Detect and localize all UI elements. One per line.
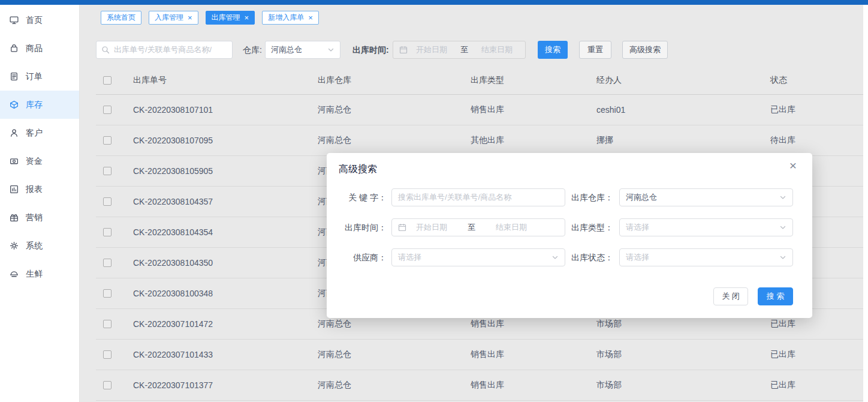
system-icon <box>9 241 19 251</box>
sidebar-item[interactable]: 资金 <box>0 147 79 175</box>
modal-status-select[interactable]: 请选择 <box>619 248 793 266</box>
close-icon[interactable]: × <box>188 14 192 22</box>
column-header-type: 出库类型 <box>471 75 504 86</box>
orders-icon <box>9 71 19 82</box>
order-no-cell: CK-20220307101377 <box>133 380 213 390</box>
warehouse-select[interactable]: 河南总仓 <box>265 41 340 59</box>
sidebar-item-label: 报表 <box>26 184 43 195</box>
sidebar-item[interactable]: 首页 <box>0 6 79 34</box>
sidebar-item[interactable]: 系统 <box>0 232 79 260</box>
goods-icon <box>9 43 19 53</box>
search-icon <box>101 46 110 54</box>
row-checkbox[interactable] <box>103 136 111 145</box>
start-date-placeholder: 开始日期 <box>416 44 447 55</box>
modal-form-row: 出库时间： 开始日期 至 结束日期 出库类型： 请选择 <box>327 218 812 236</box>
status-cell: 已出库 <box>770 319 795 329</box>
tab[interactable]: 出库管理 × <box>206 11 255 25</box>
modal-type-label: 出库类型： <box>525 218 613 236</box>
warehouse-cell: 河南总仓 <box>318 319 351 329</box>
outbound-time-label: 出库时间: <box>352 41 389 59</box>
tab-bar: 系统首页 × 入库管理 × 出库管理 × 新增入库单 × <box>101 11 319 25</box>
row-checkbox[interactable] <box>103 197 111 206</box>
order-no-cell: CK-20220308107101 <box>133 105 213 115</box>
chevron-down-icon <box>779 254 786 261</box>
row-checkbox[interactable] <box>103 228 111 236</box>
sidebar-item[interactable]: 报表 <box>0 175 79 203</box>
operator-cell: ceshi01 <box>596 105 625 115</box>
tab[interactable]: 系统首页 × <box>101 11 141 25</box>
sidebar-item[interactable]: 客户 <box>0 119 79 147</box>
order-no-cell: CK-20220307101472 <box>133 319 213 329</box>
modal-close-button[interactable]: 关 闭 <box>713 287 748 305</box>
modal-supplier-label: 供应商： <box>327 248 387 266</box>
modal-end-date-placeholder: 结束日期 <box>496 222 527 233</box>
reports-icon <box>9 184 19 194</box>
row-checkbox[interactable] <box>103 167 111 175</box>
sidebar-item[interactable]: 库存 <box>0 91 79 119</box>
keyword-label: 关 键 字： <box>327 188 387 206</box>
order-no-cell: CK-20220308107095 <box>133 136 213 145</box>
type-cell: 销售出库 <box>471 349 504 360</box>
funds-icon <box>9 156 19 166</box>
search-input[interactable]: 出库单号/关联单号商品名称/ <box>96 41 233 59</box>
top-bar <box>0 0 868 5</box>
status-cell: 待出库 <box>770 135 795 146</box>
chevron-down-icon <box>327 46 334 53</box>
search-button[interactable]: 搜索 <box>538 41 568 59</box>
sidebar-item[interactable]: 商品 <box>0 34 79 62</box>
operator-cell: 挪挪 <box>596 135 613 146</box>
sidebar-item[interactable]: 生鲜 <box>0 260 79 288</box>
order-no-cell: CK-20220308105905 <box>133 166 213 176</box>
modal-search-button[interactable]: 搜 索 <box>758 287 793 305</box>
sidebar-item-label: 系统 <box>26 241 43 251</box>
warehouse-select-value: 河南总仓 <box>271 44 302 55</box>
reset-button[interactable]: 重置 <box>579 41 611 59</box>
column-header-operator: 经办人 <box>596 75 622 86</box>
chevron-down-icon <box>779 224 786 231</box>
sidebar-item[interactable]: 营销 <box>0 203 79 232</box>
sidebar-item-label: 商品 <box>26 43 43 54</box>
modal-warehouse-select[interactable]: 河南总仓 <box>619 188 793 206</box>
advanced-search-modal: 高级搜索 × 关 键 字： 搜索出库单号/关联单号/商品名称 出库仓库： 河南总… <box>327 153 812 318</box>
modal-status-label: 出库状态： <box>525 248 613 266</box>
modal-type-select[interactable]: 请选择 <box>619 218 793 236</box>
row-checkbox[interactable] <box>103 381 111 389</box>
sidebar-item-label: 首页 <box>26 15 43 26</box>
sidebar-item-label: 营销 <box>26 212 43 223</box>
sidebar-item[interactable]: 订单 <box>0 62 79 91</box>
row-checkbox[interactable] <box>103 259 111 267</box>
tab[interactable]: 入库管理 × <box>149 11 198 25</box>
tab-label: 新增入库单 <box>268 13 304 23</box>
advanced-search-button[interactable]: 高级搜索 <box>622 41 668 59</box>
warehouse-cell: 河南总仓 <box>318 135 351 146</box>
modal-start-date-placeholder: 开始日期 <box>416 222 447 233</box>
table-row: CK-20220307101433 河南总仓 销售出库 市场部 已出库 <box>96 340 863 370</box>
row-checkbox[interactable] <box>103 289 111 298</box>
operator-cell: 市场部 <box>596 349 622 360</box>
inventory-icon <box>9 100 19 110</box>
operator-cell: 市场部 <box>596 380 622 391</box>
column-header-order-no: 出库单号 <box>133 75 167 86</box>
home-icon <box>9 15 19 25</box>
warehouse-cell: 河南总仓 <box>318 349 351 360</box>
type-cell: 销售出库 <box>471 104 504 115</box>
order-no-cell: CK-20220308104354 <box>133 227 213 237</box>
modal-warehouse-value: 河南总仓 <box>626 192 657 203</box>
column-header-status: 状态 <box>770 75 787 86</box>
customers-icon <box>9 128 19 138</box>
tab-label: 入库管理 <box>155 13 183 23</box>
close-icon[interactable]: × <box>245 14 249 22</box>
modal-title: 高级搜索 <box>339 163 377 176</box>
select-all-checkbox[interactable] <box>103 76 111 85</box>
sidebar: 首页 商品 订单 库存 客户 资金 报表 <box>0 5 80 402</box>
tab[interactable]: 新增入库单 × <box>262 11 319 25</box>
modal-close-icon[interactable]: × <box>789 159 797 172</box>
row-checkbox[interactable] <box>103 106 111 114</box>
date-range-input[interactable]: 开始日期 至 结束日期 <box>393 41 526 59</box>
close-icon[interactable]: × <box>308 14 313 22</box>
row-checkbox[interactable] <box>103 320 111 328</box>
row-checkbox[interactable] <box>103 350 111 359</box>
search-placeholder: 出库单号/关联单号商品名称/ <box>114 44 212 55</box>
vertical-scrollbar[interactable] <box>863 5 868 402</box>
operator-cell: 市场部 <box>596 319 622 329</box>
